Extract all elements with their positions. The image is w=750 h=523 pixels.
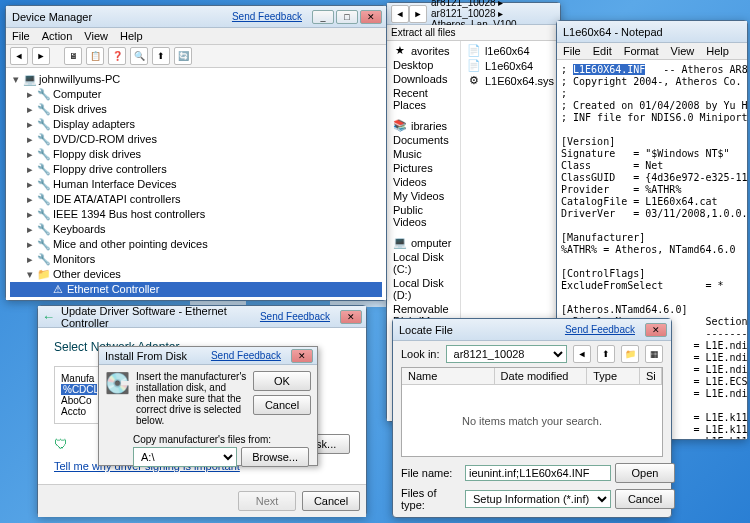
browse-button[interactable]: Browse... bbox=[241, 447, 309, 467]
sidebar-item[interactable]: 📚ibraries bbox=[389, 118, 458, 133]
next-button[interactable]: Next bbox=[238, 491, 296, 511]
locate-titlebar[interactable]: Locate File Send Feedback ✕ bbox=[393, 319, 671, 341]
filetype-select[interactable]: Setup Information (*.inf) bbox=[465, 490, 611, 508]
col-type[interactable]: Type bbox=[587, 368, 640, 384]
tree-item[interactable]: ▸🔧Computer bbox=[10, 87, 382, 102]
tree-item[interactable]: ▸🔧Monitors bbox=[10, 252, 382, 267]
menu-help[interactable]: Help bbox=[706, 45, 729, 57]
fwd-icon[interactable]: ► bbox=[32, 47, 50, 65]
manufacturer-list[interactable]: Manufa %CDCL AboCo Accto bbox=[54, 366, 104, 424]
sidebar-item[interactable]: 💻omputer bbox=[389, 235, 458, 250]
cancel-button[interactable]: Cancel bbox=[253, 395, 311, 415]
sidebar-item[interactable]: Public Videos bbox=[389, 203, 458, 229]
send-feedback-link[interactable]: Send Feedback bbox=[211, 350, 281, 361]
notepad-titlebar[interactable]: L1e60x64 - Notepad bbox=[557, 21, 747, 43]
sidebar-item[interactable]: My Videos bbox=[389, 189, 458, 203]
menu-view[interactable]: View bbox=[84, 30, 108, 42]
back-button[interactable]: ◄ bbox=[391, 5, 409, 23]
tree-item[interactable]: ▸🔧Floppy disk drives bbox=[10, 147, 382, 162]
wizard-titlebar[interactable]: ← Update Driver Software - Ethernet Cont… bbox=[38, 306, 366, 328]
toolbar-icon[interactable]: ⬆ bbox=[152, 47, 170, 65]
menu-help[interactable]: Help bbox=[120, 30, 143, 42]
tree-other-devices[interactable]: ▾📁Other devices bbox=[10, 267, 382, 282]
extract-button[interactable]: Extract all files bbox=[391, 27, 455, 38]
menu-file[interactable]: File bbox=[12, 30, 30, 42]
manu-item[interactable]: %CDCL bbox=[61, 384, 97, 395]
toolbar-icon[interactable]: 🔍 bbox=[130, 47, 148, 65]
menu-edit[interactable]: Edit bbox=[593, 45, 612, 57]
file-list-header[interactable]: Name Date modified Type Si bbox=[402, 368, 662, 385]
toolbar-icon[interactable]: 🖥 bbox=[64, 47, 82, 65]
tree-item[interactable]: ▸🔧Disk drives bbox=[10, 102, 382, 117]
toolbar-icon[interactable]: 📋 bbox=[86, 47, 104, 65]
menu-file[interactable]: File bbox=[563, 45, 581, 57]
lookin-select[interactable]: ar8121_10028 bbox=[446, 345, 567, 363]
ok-button[interactable]: OK bbox=[253, 371, 311, 391]
menu-action[interactable]: Action bbox=[42, 30, 73, 42]
sidebar-item[interactable]: Pictures bbox=[389, 161, 458, 175]
tree-item[interactable]: ▸🔧Human Interface Devices bbox=[10, 177, 382, 192]
new-folder-icon[interactable]: 📁 bbox=[621, 345, 639, 363]
maximize-button[interactable]: □ bbox=[336, 10, 358, 24]
col-size[interactable]: Si bbox=[640, 368, 662, 384]
views-icon[interactable]: ▦ bbox=[645, 345, 663, 363]
notepad-menubar[interactable]: File Edit Format View Help bbox=[557, 43, 747, 60]
menu-view[interactable]: View bbox=[671, 45, 695, 57]
close-button[interactable]: ✕ bbox=[340, 310, 362, 324]
menu-format[interactable]: Format bbox=[624, 45, 659, 57]
file-item[interactable]: ⚙L1E60x64.sys bbox=[463, 73, 558, 88]
filename-input[interactable] bbox=[465, 465, 611, 481]
sidebar-item[interactable]: Videos bbox=[389, 175, 458, 189]
sidebar-item[interactable]: Documents bbox=[389, 133, 458, 147]
back-icon[interactable]: ◄ bbox=[10, 47, 28, 65]
send-feedback-link[interactable]: Send Feedback bbox=[260, 311, 330, 322]
back-arrow-icon[interactable]: ← bbox=[42, 309, 55, 324]
sidebar-item[interactable]: ★avorites bbox=[389, 43, 458, 58]
manu-item[interactable]: Accto bbox=[61, 406, 97, 417]
tree-ethernet-controller[interactable]: ⚠Ethernet Controller bbox=[10, 282, 382, 297]
devmgr-toolbar[interactable]: ◄ ► 🖥 📋 ❓ 🔍 ⬆ 🔄 bbox=[6, 45, 386, 68]
tree-item[interactable]: ⚠Nova-T 500Stick bbox=[10, 297, 382, 300]
close-button[interactable]: ✕ bbox=[291, 349, 313, 363]
tree-item[interactable]: ▸🔧Floppy drive controllers bbox=[10, 162, 382, 177]
devmgr-menubar[interactable]: File Action View Help bbox=[6, 28, 386, 45]
tree-root[interactable]: ▾💻johnwillyums-PC bbox=[10, 72, 382, 87]
col-date[interactable]: Date modified bbox=[495, 368, 588, 384]
sidebar-item[interactable]: Local Disk (C:) bbox=[389, 250, 458, 276]
toolbar-icon[interactable]: 🔄 bbox=[174, 47, 192, 65]
locate-file-dialog[interactable]: Locate File Send Feedback ✕ Look in: ar8… bbox=[392, 318, 672, 518]
close-button[interactable]: ✕ bbox=[360, 10, 382, 24]
fwd-button[interactable]: ► bbox=[409, 5, 427, 23]
tree-item[interactable]: ▸🔧Mice and other pointing devices bbox=[10, 237, 382, 252]
cancel-button[interactable]: Cancel bbox=[302, 491, 360, 511]
tree-item[interactable]: ▸🔧IDE ATA/ATAPI controllers bbox=[10, 192, 382, 207]
sidebar-item[interactable]: Recent Places bbox=[389, 86, 458, 112]
minimize-button[interactable]: _ bbox=[312, 10, 334, 24]
device-manager-window[interactable]: Device Manager Send Feedback _ □ ✕ File … bbox=[5, 5, 387, 301]
manu-item[interactable]: AboCo bbox=[61, 395, 97, 406]
install-from-disk-dialog[interactable]: Install From Disk Send Feedback ✕ 💽 Inse… bbox=[98, 346, 318, 466]
send-feedback-link[interactable]: Send Feedback bbox=[232, 11, 302, 22]
sidebar-item[interactable]: Local Disk (D:) bbox=[389, 276, 458, 302]
up-icon[interactable]: ⬆ bbox=[597, 345, 615, 363]
sidebar-item[interactable]: Desktop bbox=[389, 58, 458, 72]
send-feedback-link[interactable]: Send Feedback bbox=[565, 324, 635, 335]
col-name[interactable]: Name bbox=[402, 368, 495, 384]
toolbar-icon[interactable]: ❓ bbox=[108, 47, 126, 65]
open-button[interactable]: Open bbox=[615, 463, 675, 483]
tree-item[interactable]: ▸🔧DVD/CD-ROM drives bbox=[10, 132, 382, 147]
file-item[interactable]: 📄l1e60x64 bbox=[463, 43, 558, 58]
cancel-button[interactable]: Cancel bbox=[615, 489, 675, 509]
file-item[interactable]: 📄L1e60x64 bbox=[463, 58, 558, 73]
update-driver-window[interactable]: ← Update Driver Software - Ethernet Cont… bbox=[37, 305, 367, 517]
sidebar-item[interactable]: Music bbox=[389, 147, 458, 161]
close-button[interactable]: ✕ bbox=[645, 323, 667, 337]
tree-item[interactable]: ▸🔧Keyboards bbox=[10, 222, 382, 237]
devmgr-tree-pane[interactable]: ▾💻johnwillyums-PC ▸🔧Computer▸🔧Disk drive… bbox=[6, 68, 386, 300]
sidebar-item[interactable]: Downloads bbox=[389, 72, 458, 86]
back-icon[interactable]: ◄ bbox=[573, 345, 591, 363]
explorer-titlebar[interactable]: ◄ ► ar8121_10028 ▸ ar8121_10028 ▸ Athero… bbox=[387, 3, 560, 25]
devmgr-titlebar[interactable]: Device Manager Send Feedback _ □ ✕ bbox=[6, 6, 386, 28]
tree-item[interactable]: ▸🔧IEEE 1394 Bus host controllers bbox=[10, 207, 382, 222]
tree-item[interactable]: ▸🔧Display adapters bbox=[10, 117, 382, 132]
